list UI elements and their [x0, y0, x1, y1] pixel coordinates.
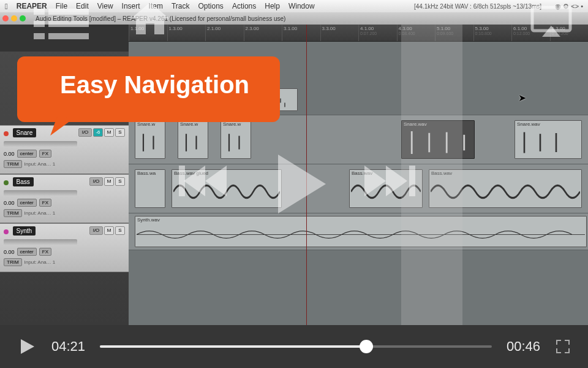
video-controls: 04:21 00:46 [0, 325, 588, 368]
track-io-button[interactable]: I/O [89, 226, 103, 235]
track-trim-button[interactable]: TRIM [4, 160, 22, 168]
apple-menu-icon[interactable]:  [5, 2, 8, 11]
menu-edit[interactable]: Edit [76, 2, 89, 10]
track-synth[interactable]: Synth I/O M S 0.00 center FX TRIM Input:… [0, 223, 129, 272]
track-volume-fader[interactable] [4, 239, 77, 245]
audio-clip[interactable]: Bass.wa [135, 169, 165, 208]
track-solo-button[interactable]: S [115, 128, 125, 137]
progress-bar[interactable] [100, 345, 492, 348]
remaining-time: 00:46 [507, 339, 540, 355]
track-mute-button[interactable]: M [104, 177, 114, 186]
track-input[interactable]: Input: Ana… 1 [24, 210, 56, 216]
main-toolbar [0, 25, 129, 52]
audio-clip[interactable]: Synth.wav [135, 216, 587, 247]
menu-view[interactable]: View [97, 2, 113, 10]
track-name[interactable]: Snare [13, 128, 37, 137]
menubar-extras[interactable]: ◉ ⚙ <> • [555, 2, 583, 10]
track-solo-button[interactable]: S [115, 226, 125, 235]
track-vol-value: 0.00 [4, 249, 15, 255]
window-titlebar: Audio Editing Tools [modified] – REAPER … [0, 12, 588, 25]
menu-window[interactable]: Window [288, 2, 315, 10]
track-fx-button[interactable]: FX [39, 150, 51, 158]
track-lane-bass[interactable]: Bass.wa Bass.wav glued Bass.wav Bass.wav [129, 164, 588, 213]
time-selection[interactable] [401, 25, 462, 325]
audio-clip[interactable]: Snare.w [178, 120, 208, 159]
timeline-ruler[interactable]: 1.1.00 1.3.00 2.1.00 2.3.00 3.1.00 3.3.0… [129, 25, 588, 42]
menu-app[interactable]: REAPER [17, 2, 47, 10]
track-mute-button[interactable]: M [104, 128, 114, 137]
progress-fill [100, 345, 366, 348]
track-input[interactable]: Input: Ana… 1 [24, 161, 56, 167]
track-input[interactable]: Input: Ana… 1 [24, 259, 56, 265]
track-fx-button[interactable]: FX [39, 248, 51, 256]
menu-actions[interactable]: Actions [232, 2, 256, 10]
track-vol-value: 0.00 [4, 200, 15, 206]
fullscreen-icon[interactable] [555, 339, 571, 355]
play-button[interactable] [17, 337, 37, 356]
track-vol-value: 0.00 [4, 151, 15, 157]
menu-item[interactable]: Item [149, 2, 163, 10]
window-zoom-button[interactable] [20, 15, 26, 21]
track-lane-synth[interactable]: Synth.wav [129, 213, 588, 250]
track-bass[interactable]: Bass I/O M S 0.00 center FX TRIM Input: … [0, 174, 129, 223]
track-name[interactable]: Synth [13, 226, 36, 236]
track-io-button[interactable]: I/O [89, 177, 103, 186]
menu-help[interactable]: Help [265, 2, 280, 10]
track-volume-fader[interactable] [4, 190, 77, 196]
menu-insert[interactable]: Insert [122, 2, 140, 10]
track-name[interactable]: Bass [13, 177, 34, 186]
window-title: Audio Editing Tools [modified] – REAPER … [36, 15, 285, 22]
track-volume-fader[interactable] [4, 141, 77, 147]
track-color-indicator [4, 180, 9, 185]
track-pan[interactable]: center [17, 199, 37, 207]
audio-clip[interactable]: Snare.w [135, 120, 165, 159]
progress-knob[interactable] [360, 340, 373, 353]
track-pan[interactable]: center [17, 150, 37, 158]
window-minimize-button[interactable] [11, 15, 17, 21]
track-color-indicator [4, 131, 9, 136]
track-color-indicator [4, 229, 9, 234]
menu-track[interactable]: Track [172, 2, 190, 10]
audio-clip[interactable]: Bass.wav glued [172, 169, 282, 208]
track-solo-button[interactable]: S [115, 177, 125, 186]
track-fx-button[interactable]: FX [39, 199, 51, 207]
callout-text: Easy Navigation [60, 71, 249, 98]
track-io-button[interactable]: I/O [78, 128, 92, 137]
track-lane-snare[interactable]: Snare.w Snare.w Snare.w Snare.wav Snare.… [129, 115, 588, 164]
audio-clip[interactable]: Snare.w [221, 120, 251, 159]
audio-status: [44.1kHz 24bit WAV : 6/8ch 512spls ~13/1… [414, 3, 541, 10]
track-trim-button[interactable]: TRIM [4, 209, 22, 217]
window-close-button[interactable] [2, 15, 9, 21]
menu-options[interactable]: Options [198, 2, 224, 10]
track-mute-button[interactable]: M [104, 226, 114, 235]
mouse-cursor-icon: ➤ [518, 92, 526, 104]
track-trim-button[interactable]: TRIM [4, 258, 22, 266]
elapsed-time: 04:21 [51, 339, 85, 355]
menu-file[interactable]: File [56, 2, 67, 10]
track-route-indicator[interactable]: -6 [93, 128, 103, 137]
tutorial-callout: Easy Navigation [17, 56, 280, 122]
edit-cursor[interactable] [306, 25, 307, 325]
audio-clip[interactable]: Snare.wav [514, 120, 582, 159]
mac-menubar:  REAPER File Edit View Insert Item Trac… [0, 0, 588, 12]
track-pan[interactable]: center [17, 248, 37, 256]
